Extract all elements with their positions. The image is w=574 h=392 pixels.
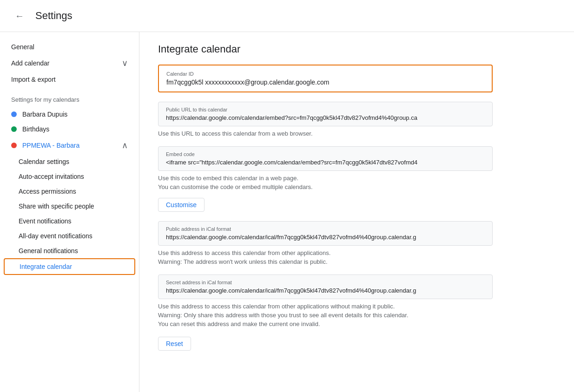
main-section-title: Integrate calendar — [158, 43, 555, 55]
add-calendar-label: Add calendar — [11, 59, 50, 67]
ical-secret-helper1: Use this address to access this calendar… — [158, 303, 493, 310]
calendar-id-value: fm7qcgg0k5l xxxxxxxxxxxx@group.calendar.… — [166, 78, 484, 86]
embed-code-label: Embed code — [166, 151, 485, 157]
public-url-helper: Use this URL to access this calendar fro… — [158, 130, 493, 137]
birthdays-dot — [11, 126, 17, 132]
ppmewa-left: PPMEWA - Barbara — [11, 142, 79, 149]
page-title: Settings — [35, 10, 73, 22]
embed-code-value: <iframe src="https://calendar.google.com… — [166, 159, 485, 166]
ical-secret-box[interactable]: Secret address in iCal format https://ca… — [158, 274, 493, 299]
main-content: Integrate calendar Calendar ID fm7qcgg0k… — [139, 32, 574, 392]
embed-helper1: Use this code to embed this calendar in … — [158, 175, 493, 182]
my-calendars-section-label: Settings for my calendars — [0, 92, 139, 107]
sidebar-sub-share[interactable]: Share with specific people — [0, 199, 139, 214]
back-button[interactable]: ← — [11, 7, 28, 24]
sidebar-item-ppmewa[interactable]: PPMEWA - Barbara ∧ — [0, 137, 139, 154]
sidebar-sub-allday-notifications[interactable]: All-day event notifications — [0, 229, 139, 243]
calendar-id-label: Calendar ID — [166, 71, 484, 77]
ical-public-helper2: Warning: The address won't work unless t… — [158, 258, 493, 265]
sidebar-item-general[interactable]: General — [0, 39, 139, 54]
ical-public-value: https://calendar.google.com/calendar/ica… — [166, 234, 485, 241]
ppmewa-dot — [11, 143, 17, 148]
ical-public-helper1: Use this address to access this calendar… — [158, 249, 493, 256]
ical-public-box[interactable]: Public address in iCal format https://ca… — [158, 221, 493, 246]
public-url-box[interactable]: Public URL to this calendar https://cale… — [158, 102, 493, 126]
header: ← Settings — [0, 0, 574, 32]
birthdays-label: Birthdays — [22, 125, 49, 133]
layout: General Add calendar ∨ Import & export S… — [0, 32, 574, 392]
sidebar: General Add calendar ∨ Import & export S… — [0, 32, 139, 392]
reset-button[interactable]: Reset — [158, 337, 191, 351]
sidebar-item-add-calendar[interactable]: Add calendar ∨ — [0, 54, 139, 72]
sidebar-sub-access-permissions[interactable]: Access permissions — [0, 184, 139, 199]
calendar-id-box: Calendar ID fm7qcgg0k5l xxxxxxxxxxxx@gro… — [158, 65, 493, 92]
sidebar-sub-general-notifications[interactable]: General notifications — [0, 243, 139, 258]
public-url-label: Public URL to this calendar — [166, 107, 485, 112]
sidebar-sub-event-notifications[interactable]: Event notifications — [0, 214, 139, 229]
public-url-value: https://calendar.google.com/calendar/emb… — [166, 114, 485, 121]
import-export-label: Import & export — [11, 76, 56, 83]
ppmewa-label: PPMEWA - Barbara — [22, 142, 79, 149]
back-icon: ← — [15, 11, 24, 21]
sidebar-sub-integrate-calendar[interactable]: Integrate calendar — [4, 258, 135, 275]
embed-code-box[interactable]: Embed code <iframe src="https://calendar… — [158, 146, 493, 171]
sidebar-item-barbara-dupuis[interactable]: Barbara Dupuis — [0, 107, 139, 122]
ical-secret-helper2: Warning: Only share this address with th… — [158, 312, 493, 319]
sidebar-sub-calendar-settings[interactable]: Calendar settings — [0, 154, 139, 169]
sidebar-item-import-export[interactable]: Import & export — [0, 72, 139, 87]
sidebar-item-birthdays[interactable]: Birthdays — [0, 122, 139, 137]
chevron-down-icon: ∨ — [122, 58, 128, 68]
ical-secret-label: Secret address in iCal format — [166, 280, 485, 285]
chevron-up-icon: ∧ — [122, 140, 128, 150]
general-label: General — [11, 43, 34, 51]
ical-secret-helper3: You can reset this address and make the … — [158, 320, 493, 327]
sidebar-sub-auto-accept[interactable]: Auto-accept invitations — [0, 169, 139, 184]
barbara-dupuis-label: Barbara Dupuis — [22, 111, 67, 118]
customise-button[interactable]: Customise — [158, 198, 205, 212]
ical-public-label: Public address in iCal format — [166, 226, 485, 232]
ical-secret-value: https://calendar.google.com/calendar/ica… — [166, 287, 485, 294]
barbara-dupuis-dot — [11, 111, 17, 117]
embed-helper2: You can customise the code or embed mult… — [158, 183, 493, 190]
